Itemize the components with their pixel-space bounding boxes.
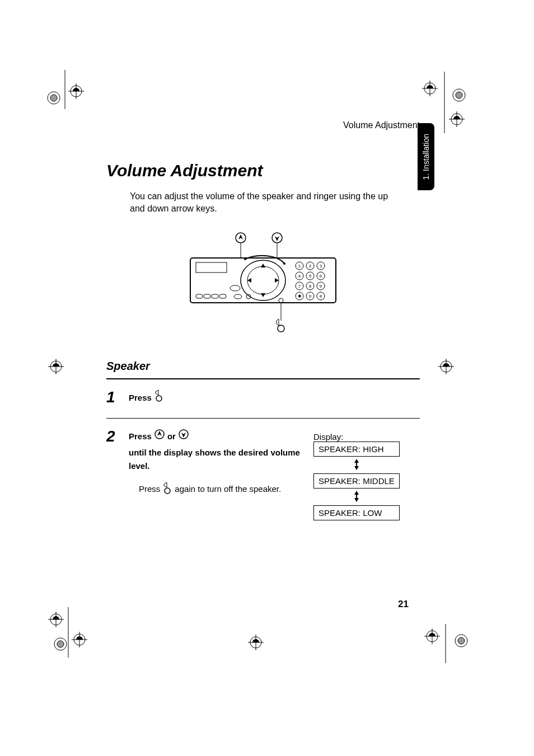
svg-text:✱: ✱ — [298, 294, 302, 299]
svg-rect-5 — [196, 262, 227, 273]
step-number: 1 — [106, 389, 121, 406]
svg-text:0: 0 — [309, 294, 312, 299]
arrow-down-icon — [178, 429, 189, 444]
steps-table: 1 Press 2 Press — [106, 378, 420, 533]
speaker-icon — [277, 319, 284, 332]
speaker-button-icon — [162, 482, 172, 496]
updown-arrow-icon — [313, 491, 400, 503]
svg-point-15 — [244, 258, 246, 260]
registration-mark-icon — [413, 72, 480, 133]
page-body: Volume Adjustment Volume Adjustment You … — [106, 120, 420, 533]
step-row: 1 Press — [106, 379, 420, 419]
section-tab: 1. Installation — [418, 123, 434, 190]
subheading-speaker: Speaker — [106, 360, 420, 373]
registration-mark-icon — [44, 355, 72, 378]
speaker-button-icon — [154, 389, 164, 406]
registration-mark-icon — [415, 624, 483, 663]
step2-sub-b: again to turn off the speaker. — [175, 484, 281, 494]
step2-mid: or — [167, 430, 176, 443]
page-number: 21 — [106, 599, 409, 610]
registration-mark-icon — [44, 607, 94, 658]
page-title: Volume Adjustment — [106, 161, 420, 180]
section-tab-label: 1. Installation — [421, 134, 430, 180]
svg-point-88 — [458, 637, 465, 644]
registration-mark-icon — [44, 70, 94, 109]
svg-point-61 — [456, 92, 462, 98]
display-label: Display: — [313, 432, 343, 442]
updown-arrow-icon — [313, 459, 400, 471]
display-value: SPEAKER: LOW — [313, 505, 400, 520]
svg-text:6: 6 — [320, 274, 322, 279]
svg-point-76 — [57, 641, 64, 647]
svg-text:2: 2 — [309, 264, 312, 269]
registration-mark-icon — [243, 631, 271, 654]
arrow-up-icon — [236, 233, 246, 259]
svg-text:3: 3 — [320, 264, 322, 269]
svg-point-47 — [165, 488, 170, 494]
svg-text:4: 4 — [298, 274, 301, 279]
running-header: Volume Adjustment — [106, 120, 420, 130]
display-value: SPEAKER: HIGH — [313, 442, 400, 457]
device-figure: 1 2 3 4 5 6 7 8 9 ✱ 0 # — [106, 231, 420, 337]
arrow-down-icon — [272, 233, 282, 259]
registration-mark-icon — [434, 355, 462, 378]
svg-text:8: 8 — [309, 284, 312, 289]
display-column: Display: SPEAKER: HIGH SPEAKER: MIDDLE S… — [310, 429, 420, 520]
svg-text:#: # — [320, 294, 322, 299]
svg-point-51 — [50, 95, 57, 101]
step1-text: Press — [129, 391, 152, 405]
step2-lead2: until the display shows the desired volu… — [129, 446, 302, 473]
intro-paragraph: You can adjust the volume of the speaker… — [130, 190, 404, 214]
svg-text:1: 1 — [298, 264, 301, 269]
step-row: 2 Press or — [106, 419, 420, 533]
svg-point-43 — [278, 325, 284, 332]
svg-text:7: 7 — [298, 284, 301, 289]
step-number: 2 — [106, 429, 121, 520]
device-illustration: 1 2 3 4 5 6 7 8 9 ✱ 0 # — [185, 231, 341, 337]
svg-text:5: 5 — [309, 274, 312, 279]
display-value: SPEAKER: MIDDLE — [313, 473, 400, 489]
svg-text:9: 9 — [320, 284, 322, 289]
svg-point-44 — [156, 396, 162, 401]
svg-point-16 — [283, 262, 285, 265]
arrow-up-icon — [154, 429, 165, 444]
step2-lead1: Press — [129, 430, 152, 443]
step2-sub-a: Press — [139, 484, 160, 494]
